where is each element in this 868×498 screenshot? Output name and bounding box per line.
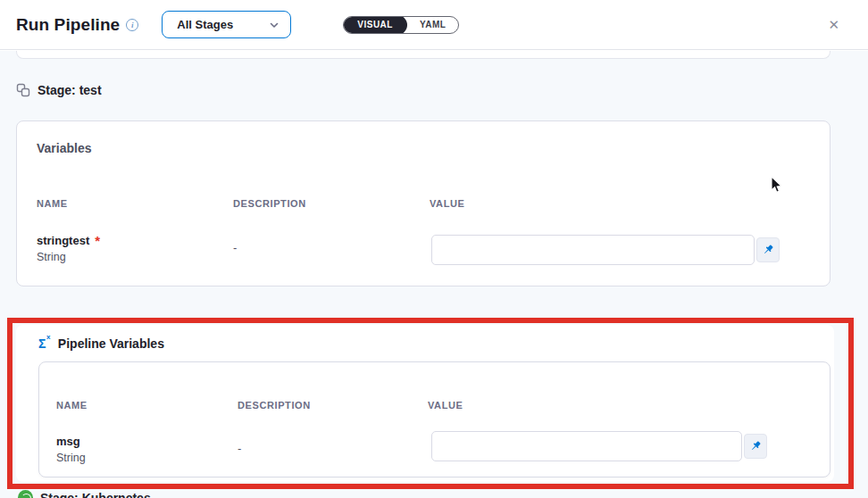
column-header-value: VALUE (430, 198, 464, 209)
pin-icon (749, 440, 762, 452)
info-icon[interactable]: i (126, 19, 138, 31)
stage-selector[interactable]: All Stages (162, 11, 291, 38)
variables-title: Variables (37, 141, 92, 155)
column-header-name: NAME (37, 198, 68, 209)
tab-yaml[interactable]: YAML (407, 16, 458, 34)
dialog-header: Run Pipeline i All Stages VISUAL YAML ✕ (0, 0, 868, 50)
variable-description: - (233, 241, 237, 254)
table-row: stringtest* String (37, 232, 100, 263)
pipeline-variables-icon: Σx (38, 337, 50, 350)
pipeline-variables-title: Pipeline Variables (58, 336, 164, 351)
column-header-description: DESCRIPTION (233, 198, 306, 209)
stage-icon (16, 83, 30, 97)
stage-test-label: Stage: test (38, 83, 102, 97)
table-row: msg String (56, 433, 86, 464)
column-header-value: VALUE (428, 400, 463, 411)
column-header-name: NAME (56, 400, 88, 411)
stage-selector-value: All Stages (177, 18, 269, 31)
run-pipeline-dialog: Run Pipeline i All Stages VISUAL YAML ✕ … (0, 0, 868, 498)
required-asterisk: * (95, 233, 100, 248)
view-toggle: VISUAL YAML (343, 16, 459, 34)
runtime-input-pin-button[interactable] (744, 434, 767, 459)
tab-visual[interactable]: VISUAL (343, 16, 407, 34)
variable-value-input[interactable] (431, 431, 742, 461)
stage-kubernetes-label: Stage: Kubernetes (40, 491, 151, 498)
previous-card-bottom (16, 51, 830, 59)
pin-icon (762, 244, 774, 256)
close-icon[interactable]: ✕ (822, 14, 845, 35)
dialog-body: Stage: test Variables NAME DESCRIPTION V… (0, 51, 868, 498)
chevron-down-icon (269, 20, 280, 30)
pipeline-variables-table: NAME DESCRIPTION VALUE msg String - (38, 361, 830, 477)
variable-name: msg (56, 435, 80, 448)
pipeline-variables-section: Σx Pipeline Variables NAME DESCRIPTION V… (16, 325, 834, 482)
variables-card: Variables NAME DESCRIPTION VALUE stringt… (16, 120, 830, 286)
column-header-description: DESCRIPTION (238, 400, 311, 411)
variable-type: String (37, 251, 100, 263)
variable-type: String (56, 452, 86, 464)
stage-test-heading: Stage: test (16, 83, 102, 97)
variable-description: - (238, 442, 241, 455)
stage-kubernetes-heading: Stage: Kubernetes (18, 490, 151, 498)
variable-name: stringtest (37, 234, 89, 247)
page-title: Run Pipeline (16, 15, 120, 35)
deploy-stage-icon (18, 490, 33, 498)
variable-value-input[interactable] (431, 235, 755, 265)
runtime-input-pin-button[interactable] (756, 237, 780, 262)
pipeline-variables-heading: Σx Pipeline Variables (38, 336, 164, 351)
